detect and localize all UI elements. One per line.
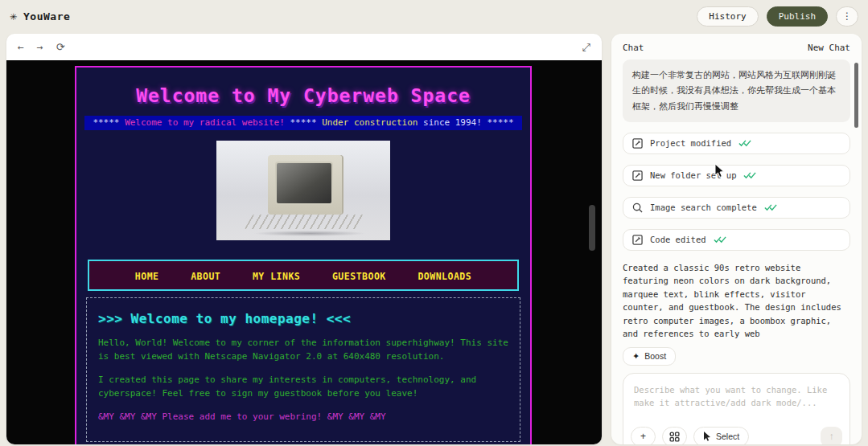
site-viewport: Welcome to My Cyberweb Space ***** Welco… <box>6 60 602 444</box>
nav-link-home[interactable]: HOME <box>135 271 159 282</box>
cursor-select-icon <box>703 432 711 441</box>
double-check-icon <box>714 235 726 243</box>
brand: ✳ YouWare <box>10 9 70 23</box>
forward-icon[interactable]: → <box>37 41 43 53</box>
more-menu-button[interactable]: ⋮ <box>836 6 858 27</box>
youware-logo-icon: ✳ <box>10 9 17 23</box>
edit-icon <box>632 170 643 181</box>
welcome-heading: >>> Welcome to my homepage! <<< <box>98 311 508 326</box>
select-button[interactable]: Select <box>693 427 749 444</box>
chat-header: Chat New Chat <box>611 34 862 59</box>
components-button[interactable] <box>662 427 687 444</box>
computer-monitor-shape <box>268 155 342 215</box>
retro-site: Welcome to My Cyberweb Space ***** Welco… <box>75 66 532 444</box>
chat-panel: Chat New Chat 构建一个非常复古的网站，网站风格为互联网刚刚诞生的时… <box>611 34 862 444</box>
assistant-summary: Created a classic 90s retro website feat… <box>623 261 850 341</box>
user-message-bubble: 构建一个非常复古的网站，网站风格为互联网刚刚诞生的时候，我没有具体想法，你先帮我… <box>623 59 850 122</box>
marquee-segment: Under construction <box>322 117 418 128</box>
edit-icon <box>632 235 643 245</box>
marquee-text: ***** Welcome to my radical website! ***… <box>84 116 522 130</box>
computer-keyboard-shape <box>245 215 367 229</box>
marquee-segment: Welcome to my radical website! <box>125 117 285 128</box>
marquee-segment: since 1994! ***** <box>418 117 513 128</box>
chat-title: Chat <box>623 43 644 53</box>
double-check-icon <box>738 139 751 147</box>
new-chat-button[interactable]: New Chat <box>808 43 850 53</box>
computer-screen-shape <box>275 162 333 205</box>
nav-link-guestbook[interactable]: GUESTBOOK <box>332 271 386 282</box>
nav-link-about[interactable]: ABOUT <box>191 271 220 282</box>
status-item-code-edited[interactable]: Code edited <box>623 229 850 251</box>
chat-scrollbar[interactable] <box>854 63 858 128</box>
sparkle-icon: ✦ <box>632 351 640 362</box>
status-label: Project modified <box>650 138 731 148</box>
site-title: Welcome to My Cyberweb Space <box>76 85 530 106</box>
boost-button[interactable]: ✦ Boost <box>623 347 676 366</box>
photo-shadow <box>253 231 366 236</box>
preview-panel: ← → ⟳ ⤢ Welcome to My Cyberweb Space ***… <box>6 34 602 444</box>
status-item-image-search[interactable]: Image search complete <box>623 197 850 219</box>
status-label: Code edited <box>650 235 706 244</box>
mouse-cursor <box>714 163 726 178</box>
marquee-segment: ***** <box>285 117 322 128</box>
edit-icon <box>632 138 643 149</box>
site-nav: HOME ABOUT MY LINKS GUESTBOOK DOWNLOADS <box>88 260 519 291</box>
welcome-section: >>> Welcome to my homepage! <<< Hello, W… <box>86 297 520 442</box>
history-button[interactable]: History <box>697 6 758 27</box>
add-attachment-button[interactable]: + <box>631 427 656 444</box>
back-icon[interactable]: ← <box>18 41 24 53</box>
chat-input-placeholder: Describe what you want to change. Like m… <box>623 374 849 420</box>
retro-computer-photo <box>216 141 390 240</box>
double-check-icon <box>764 203 777 211</box>
status-item-new-folder[interactable]: New folder set up <box>623 165 850 186</box>
publish-button[interactable]: Publish <box>767 6 828 27</box>
nav-link-my-links[interactable]: MY LINKS <box>253 271 300 282</box>
expand-icon[interactable]: ⤢ <box>582 41 590 54</box>
webring-line: &MY &MY &MY Please add me to your webrin… <box>98 411 508 422</box>
double-check-icon <box>743 171 756 179</box>
select-label: Select <box>716 432 739 441</box>
chat-input[interactable]: Describe what you want to change. Like m… <box>623 373 850 444</box>
grid-icon <box>669 432 680 442</box>
boost-label: Boost <box>644 351 666 361</box>
refresh-icon[interactable]: ⟳ <box>56 41 65 53</box>
status-item-project-modified[interactable]: Project modified <box>623 133 850 154</box>
status-label: Image search complete <box>650 203 757 212</box>
welcome-paragraph: Hello, World! Welcome to my corner of th… <box>98 337 508 363</box>
preview-toolbar: ← → ⟳ ⤢ <box>6 34 602 60</box>
send-button[interactable]: ↑ <box>821 427 842 444</box>
nav-link-downloads[interactable]: DOWNLOADS <box>418 271 471 282</box>
preview-scrollbar[interactable] <box>589 205 595 251</box>
app-header: ✳ YouWare History Publish ⋮ <box>0 0 868 32</box>
search-icon <box>632 203 643 213</box>
welcome-paragraph: I created this page to share my interest… <box>98 374 508 400</box>
marquee-segment: ***** <box>93 117 125 128</box>
brand-name: YouWare <box>23 10 70 23</box>
